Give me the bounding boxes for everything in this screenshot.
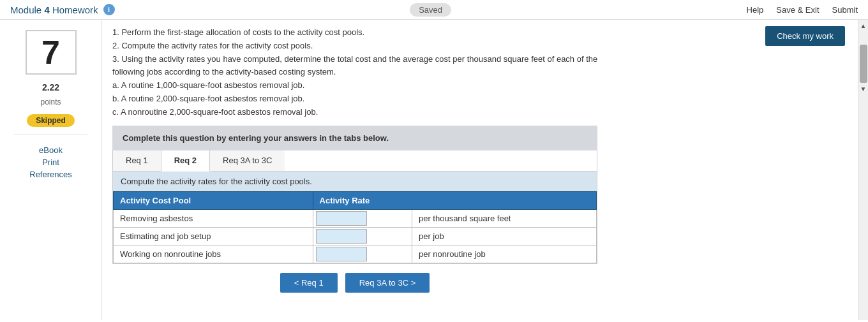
unit-nonroutine: per nonroutine job bbox=[412, 245, 596, 263]
table-row: Estimating and job setup per job bbox=[114, 227, 597, 245]
input-nonroutine[interactable] bbox=[316, 247, 367, 261]
question-number: 7 bbox=[41, 33, 60, 71]
question-line-1: 1. Perform the first-stage allocation of… bbox=[112, 26, 687, 40]
save-exit-link[interactable]: Save & Exit bbox=[776, 5, 819, 15]
activity-table: Activity Cost Pool Activity Rate Removin… bbox=[113, 191, 597, 263]
instruction-banner: Complete this question by entering your … bbox=[112, 126, 597, 150]
question-number-box: 7 bbox=[26, 30, 77, 75]
top-bar-left: Module 4 Homework i bbox=[10, 4, 115, 15]
left-sidebar: 7 2.22 points Skipped eBook Print Refere… bbox=[0, 20, 102, 320]
question-line-5: a. A routine 1,000-square-foot asbestos … bbox=[112, 79, 687, 92]
input-removing-asbestos[interactable] bbox=[316, 211, 367, 226]
question-line-4: following jobs according to the activity… bbox=[112, 66, 687, 79]
tab-req2[interactable]: Req 2 bbox=[161, 150, 210, 172]
col-activity-rate: Activity Rate bbox=[313, 191, 596, 209]
question-text: 1. Perform the first-stage allocation of… bbox=[112, 26, 687, 119]
info-icon[interactable]: i bbox=[103, 4, 115, 15]
input-cell-nonroutine bbox=[313, 245, 412, 263]
scroll-down-arrow[interactable]: ▼ bbox=[860, 83, 867, 95]
table-header-row: Activity Cost Pool Activity Rate bbox=[114, 191, 597, 209]
tab-req3a3c[interactable]: Req 3A to 3C bbox=[210, 150, 285, 171]
pool-estimating: Estimating and job setup bbox=[114, 227, 313, 245]
main-layout: 7 2.22 points Skipped eBook Print Refere… bbox=[0, 20, 868, 320]
question-line-6: b. A routine 2,000-square-foot asbestos … bbox=[112, 92, 687, 106]
scroll-up-arrow[interactable]: ▲ bbox=[860, 20, 867, 32]
skipped-badge: Skipped bbox=[27, 114, 75, 127]
submit-link[interactable]: Submit bbox=[832, 5, 858, 15]
col-activity-cost-pool: Activity Cost Pool bbox=[114, 191, 313, 209]
print-link[interactable]: Print bbox=[42, 157, 59, 167]
page-title: Module 4 Homework bbox=[10, 4, 98, 15]
table-row: Removing asbestos per thousand square fe… bbox=[114, 209, 597, 227]
input-cell-removing bbox=[313, 209, 412, 227]
tab-instruction: Compute the activity rates for the activ… bbox=[113, 172, 597, 191]
saved-badge-container: Saved bbox=[410, 5, 451, 15]
tab-content: Compute the activity rates for the activ… bbox=[113, 172, 597, 263]
references-link[interactable]: References bbox=[29, 170, 71, 179]
tabs-header: Req 1 Req 2 Req 3A to 3C bbox=[113, 150, 597, 172]
top-bar-right: Help Save & Exit Submit bbox=[747, 5, 858, 15]
help-link[interactable]: Help bbox=[747, 5, 764, 15]
input-cell-estimating bbox=[313, 227, 412, 245]
ebook-link[interactable]: eBook bbox=[39, 145, 63, 155]
content-area: Check my work 1. Perform the first-stage… bbox=[102, 20, 858, 320]
tabs-container: Req 1 Req 2 Req 3A to 3C Compute the act… bbox=[112, 150, 597, 264]
input-estimating[interactable] bbox=[316, 229, 367, 244]
top-bar: Module 4 Homework i Saved Help Save & Ex… bbox=[0, 0, 868, 20]
tab-req1[interactable]: Req 1 bbox=[113, 150, 161, 171]
question-line-7: c. A nonroutine 2,000-square-foot asbest… bbox=[112, 106, 687, 119]
question-line-2: 2. Compute the activity rates for the ac… bbox=[112, 40, 687, 53]
points-label: points bbox=[40, 98, 61, 106]
prev-button[interactable]: < Req 1 bbox=[280, 273, 338, 293]
right-scrollbar: ▲ ▼ bbox=[858, 20, 868, 320]
scrollbar-thumb[interactable] bbox=[860, 45, 867, 83]
unit-removing-asbestos: per thousand square feet bbox=[412, 209, 596, 227]
unit-estimating: per job bbox=[412, 227, 596, 245]
next-button[interactable]: Req 3A to 3C > bbox=[345, 273, 430, 293]
pool-nonroutine: Working on nonroutine jobs bbox=[114, 245, 313, 263]
check-my-work-button[interactable]: Check my work bbox=[765, 26, 845, 46]
sidebar-links: eBook Print References bbox=[29, 145, 71, 179]
nav-buttons: < Req 1 Req 3A to 3C > bbox=[112, 273, 597, 293]
question-line-3: 3. Using the activity rates you have com… bbox=[112, 53, 687, 66]
pool-removing-asbestos: Removing asbestos bbox=[114, 209, 313, 227]
points-value: 2.22 bbox=[42, 82, 59, 92]
sidebar-divider bbox=[14, 135, 87, 135]
table-row: Working on nonroutine jobs per nonroutin… bbox=[114, 245, 597, 263]
saved-badge: Saved bbox=[410, 3, 451, 17]
